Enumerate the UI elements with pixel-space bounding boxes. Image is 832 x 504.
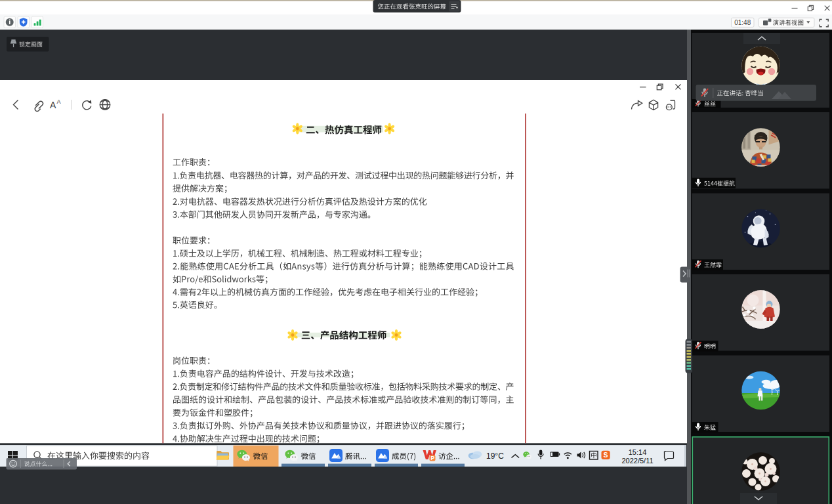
svg-text:19°C: 19°C	[486, 452, 504, 461]
svg-text:A: A	[50, 100, 56, 110]
svg-text:01:48: 01:48	[734, 19, 751, 26]
svg-text:P: P	[431, 455, 435, 461]
svg-text:S: S	[604, 451, 608, 459]
svg-text:2022/5/11: 2022/5/11	[621, 457, 653, 465]
svg-text:15:14: 15:14	[629, 448, 647, 456]
svg-text:A: A	[57, 98, 61, 105]
